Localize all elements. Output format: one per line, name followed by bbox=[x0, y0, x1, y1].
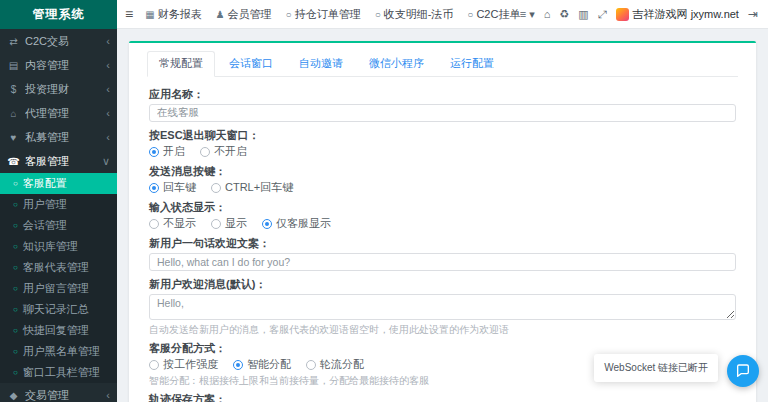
nav-link-label: 财务报表 bbox=[158, 7, 202, 22]
sidebar-item-investment[interactable]: $投资理财‹ bbox=[0, 77, 117, 101]
radio-assign-mode-1[interactable]: 智能分配 bbox=[233, 357, 291, 372]
radio-icon bbox=[149, 183, 159, 193]
subitem-label: 用户留言管理 bbox=[23, 281, 89, 296]
sidebar-subitem-service-config[interactable]: ○客服配置 bbox=[0, 173, 117, 194]
sidebar-item-label: 交易管理 bbox=[25, 388, 106, 402]
sidebar-subitem-quick-replies[interactable]: ○快捷回复管理 bbox=[0, 320, 117, 341]
sidebar-subitem-session-manage[interactable]: ○会话管理 bbox=[0, 215, 117, 236]
app-window: 管理系统 ⇄C2C交易‹▤内容管理‹$投资理财‹⌂代理管理‹♥私募管理‹☎客服管… bbox=[0, 0, 768, 402]
trash-icon[interactable]: ♻ bbox=[559, 8, 569, 21]
tab-auto-invite[interactable]: 自动邀请 bbox=[287, 51, 355, 77]
nav-link-label: 持仓订单管理 bbox=[295, 7, 361, 22]
circle-icon: ○ bbox=[467, 9, 473, 20]
radio-icon bbox=[233, 360, 243, 370]
finance-icon: $ bbox=[7, 84, 20, 95]
radio-esc-exit-0[interactable]: 开启 bbox=[149, 144, 185, 159]
radio-label: 轮流分配 bbox=[320, 357, 364, 372]
sidebar-item-c2c-trade[interactable]: ⇄C2C交易‹ bbox=[0, 29, 117, 53]
radio-send-key-0[interactable]: 回车键 bbox=[149, 180, 196, 195]
sidebar-item-customer-service[interactable]: ☎客服管理∨ bbox=[0, 149, 117, 173]
fullscreen-icon[interactable]: ⤢ bbox=[598, 8, 607, 21]
sidebar-item-private-fund[interactable]: ♥私募管理‹ bbox=[0, 125, 117, 149]
send-key-radio-group: 回车键CTRL+回车键 bbox=[149, 181, 736, 194]
subitem-label: 知识库管理 bbox=[23, 239, 78, 254]
hamburger-icon[interactable]: ≡ bbox=[125, 6, 133, 22]
radio-send-key-1[interactable]: CTRL+回车键 bbox=[211, 180, 293, 195]
sidebar: 管理系统 ⇄C2C交易‹▤内容管理‹$投资理财‹⌂代理管理‹♥私募管理‹☎客服管… bbox=[0, 0, 117, 402]
radio-icon bbox=[262, 219, 272, 229]
subitem-label: 会话管理 bbox=[23, 218, 67, 233]
sidebar-item-label: 代理管理 bbox=[25, 106, 106, 121]
nav-link-member-manage[interactable]: ♟会员管理 bbox=[216, 7, 272, 22]
radio-label: 开启 bbox=[163, 144, 185, 159]
field-esc-exit: 按ESC退出聊天窗口：开启不开启 bbox=[149, 128, 736, 158]
radio-icon bbox=[306, 360, 316, 370]
chevron-down-icon: ∨ bbox=[102, 155, 110, 168]
tab-session-window[interactable]: 会话窗口 bbox=[217, 51, 285, 77]
nav-link-income-details[interactable]: ○收支明细-法币 bbox=[375, 7, 454, 22]
circle-icon: ○ bbox=[286, 9, 292, 20]
esc-exit-radio-group: 开启不开启 bbox=[149, 145, 736, 158]
radio-assign-mode-0[interactable]: 按工作强度 bbox=[149, 357, 218, 372]
sidebar-item-label: 内容管理 bbox=[25, 58, 106, 73]
radio-typing-indicator-0[interactable]: 不显示 bbox=[149, 216, 196, 231]
nav-links: ▦财务报表♟会员管理○持仓订单管理○收支明细-法币○C2C挂单管理○私募设置 bbox=[145, 7, 520, 22]
field-track-save: 轨迹保存方案：保留7天保留30天保留60天永久保留 bbox=[149, 392, 736, 402]
sidebar-subitem-user-blacklist[interactable]: ○用户黑名单管理 bbox=[0, 341, 117, 362]
welcome-message-textarea[interactable] bbox=[149, 294, 736, 320]
app-name-input[interactable] bbox=[149, 104, 736, 122]
site-link[interactable]: 吉祥游戏网 jxymw.net bbox=[616, 7, 739, 22]
radio-assign-mode-2[interactable]: 轮流分配 bbox=[306, 357, 364, 372]
chat-fab-button[interactable] bbox=[727, 355, 759, 387]
chart-icon: ▦ bbox=[145, 9, 154, 20]
sidebar-subitem-chat-records[interactable]: ○聊天记录汇总 bbox=[0, 299, 117, 320]
radio-icon bbox=[149, 147, 159, 157]
chat-bubble-icon bbox=[735, 363, 751, 379]
subitem-label: 用户管理 bbox=[23, 197, 67, 212]
subitem-label: 窗口工具栏管理 bbox=[23, 365, 100, 380]
tab-general[interactable]: 常规配置 bbox=[147, 51, 215, 77]
sidebar-subitem-user-manage[interactable]: ○用户管理 bbox=[0, 194, 117, 215]
field-hint: 自动发送给新用户的消息，客服代表的欢迎语留空时，使用此处设置的作为欢迎语 bbox=[149, 324, 736, 335]
circle-icon: ○ bbox=[13, 242, 18, 251]
notes-icon[interactable]: ▥ bbox=[578, 8, 588, 21]
logout-icon[interactable]: ⇥ bbox=[748, 7, 758, 21]
radio-esc-exit-1[interactable]: 不开启 bbox=[200, 144, 247, 159]
nav-link-position-orders[interactable]: ○持仓订单管理 bbox=[286, 7, 361, 22]
tab-wechat-mini[interactable]: 微信小程序 bbox=[357, 51, 436, 77]
content-area: 常规配置会话窗口自动邀请微信小程序运行配置 应用名称：按ESC退出聊天窗口：开启… bbox=[117, 29, 768, 402]
chevron-left-icon: ‹ bbox=[106, 131, 110, 143]
nav-link-c2c-orders[interactable]: ○C2C挂单管理 bbox=[467, 7, 519, 22]
nav-link-label: C2C挂单管理 bbox=[476, 7, 519, 22]
circle-icon: ○ bbox=[13, 179, 18, 188]
home-icon[interactable]: ⌂ bbox=[544, 8, 551, 20]
nav-link-finance-report[interactable]: ▦财务报表 bbox=[145, 7, 201, 22]
tab-runtime[interactable]: 运行配置 bbox=[438, 51, 506, 77]
circle-icon: ○ bbox=[13, 200, 18, 209]
radio-label: CTRL+回车键 bbox=[225, 180, 293, 195]
menu-dropdown-icon[interactable]: ≡ ▾ bbox=[520, 8, 535, 21]
sidebar-subitem-user-messages[interactable]: ○用户留言管理 bbox=[0, 278, 117, 299]
radio-label: 仅客服显示 bbox=[276, 216, 331, 231]
members-icon: ♟ bbox=[216, 9, 225, 20]
radio-label: 不开启 bbox=[214, 144, 247, 159]
heart-icon: ♥ bbox=[7, 132, 20, 143]
circle-icon: ○ bbox=[13, 347, 18, 356]
sidebar-subitem-knowledge-base[interactable]: ○知识库管理 bbox=[0, 236, 117, 257]
sidebar-subitem-service-reps[interactable]: ○客服代表管理 bbox=[0, 257, 117, 278]
sidebar-item-label: 投资理财 bbox=[25, 82, 106, 97]
subitem-label: 聊天记录汇总 bbox=[23, 302, 89, 317]
field-welcome-text: 新用户一句话欢迎文案： bbox=[149, 236, 736, 271]
radio-typing-indicator-1[interactable]: 显示 bbox=[211, 216, 247, 231]
welcome-text-input[interactable] bbox=[149, 253, 736, 271]
chevron-left-icon: ‹ bbox=[106, 107, 110, 119]
sidebar-subitem-window-toolbar[interactable]: ○窗口工具栏管理 bbox=[0, 362, 117, 383]
chevron-left-icon: ‹ bbox=[106, 389, 110, 401]
websocket-toast: WebSocket 链接已断开 bbox=[594, 354, 718, 382]
sidebar-item-content-manage[interactable]: ▤内容管理‹ bbox=[0, 53, 117, 77]
radio-typing-indicator-2[interactable]: 仅客服显示 bbox=[262, 216, 331, 231]
site-logo-icon bbox=[616, 8, 629, 21]
sidebar-item-agent-manage[interactable]: ⌂代理管理‹ bbox=[0, 101, 117, 125]
field-label: 应用名称： bbox=[149, 87, 736, 101]
sidebar-item-trade-manage[interactable]: ◆交易管理‹ bbox=[0, 383, 117, 402]
